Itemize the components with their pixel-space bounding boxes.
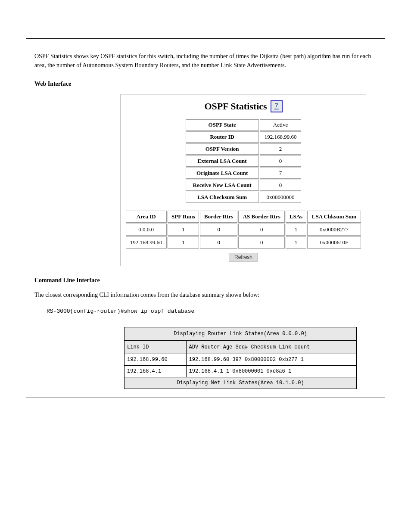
section-title-cli: Command Line Interface: [34, 277, 377, 284]
cli-table-header: Displaying Router Link States(Area 0.0.0…: [125, 327, 357, 340]
area-col-header: SPF Runs: [168, 211, 199, 223]
summary-label: Originate LSA Count: [186, 168, 259, 179]
summary-label: Router ID: [186, 131, 259, 143]
area-col-header: Area ID: [126, 211, 167, 223]
area-cell: 0.0.0.0: [126, 224, 167, 236]
summary-value: 0: [260, 156, 302, 167]
cli-output-table: Displaying Router Link States(Area 0.0.0…: [124, 327, 357, 389]
summary-label: Receive New LSA Count: [186, 180, 259, 191]
summary-label: OSPF State: [186, 119, 259, 131]
area-col-header: LSAs: [286, 211, 306, 223]
cli-span-row: Displaying Net Link States(Area 10.1.0.0…: [125, 377, 357, 389]
summary-value: Active: [260, 119, 302, 131]
cli-col-header: ADV Router Age Seq# Checksum Link count: [186, 340, 357, 354]
help-icon[interactable]: ? Help: [271, 100, 283, 112]
cli-prompt: RS-3000(config-router)#show ip ospf data…: [47, 308, 194, 314]
summary-value: 0: [260, 180, 302, 191]
cli-cell: 192.168.4.1: [125, 365, 187, 377]
area-cell: 1: [286, 224, 306, 236]
area-cell: 0x0000B277: [307, 224, 361, 236]
figure-title-row: OSPF Statistics ? Help: [124, 100, 363, 112]
ospf-area-table: Area IDSPF RunsBorder RtrsAS Border Rtrs…: [125, 210, 362, 249]
area-cell: 1: [168, 236, 199, 249]
area-cell: 0: [238, 224, 285, 236]
cli-span-cell: Displaying Net Link States(Area 10.1.0.0…: [125, 377, 357, 389]
area-col-header: Border Rtrs: [200, 211, 237, 223]
page-header-rule: [26, 26, 385, 39]
refresh-button[interactable]: Refresh: [229, 253, 258, 261]
help-icon-text: Help: [274, 108, 279, 110]
cli-col-header: Link ID: [125, 340, 187, 354]
area-cell: 1: [168, 224, 199, 236]
cli-cell: 192.168.4.1 1 0x80000001 0xe8a6 1: [186, 365, 357, 377]
ospf-summary-table: OSPF StateActiveRouter ID192.168.99.60OS…: [185, 118, 302, 204]
summary-label: OSPF Version: [186, 143, 259, 155]
summary-value: 0x00000000: [260, 192, 302, 203]
area-cell: 0x0000610F: [307, 236, 361, 249]
summary-value: 192.168.99.60: [260, 131, 302, 143]
area-col-header: LSA Chksum Sum: [307, 211, 361, 223]
ospf-statistics-figure: OSPF Statistics ? Help OSPF StateActiveR…: [121, 94, 366, 266]
area-col-header: AS Border Rtrs: [238, 211, 285, 223]
cli-lead-text: The closest corresponding CLI informatio…: [34, 290, 377, 299]
cli-cell: 192.168.99.60 397 0x80000002 0xb277 1: [186, 354, 357, 365]
section-title-web: Web Interface: [34, 81, 377, 87]
table-row: 0.0.0.010010x0000B277: [126, 224, 361, 236]
summary-value: 7: [260, 168, 302, 179]
cli-command-block: RS-3000(config-router)#show ip ospf data…: [47, 307, 377, 316]
summary-label: External LSA Count: [186, 156, 259, 167]
cli-cell: 192.168.99.60: [125, 354, 187, 365]
area-cell: 0: [238, 236, 285, 249]
table-row: 192.168.99.6010010x0000610F: [126, 236, 361, 249]
page-footer-rule: [26, 398, 385, 411]
intro-paragraph: OSPF Statistics shows key OSPF statistic…: [34, 52, 377, 70]
table-row: 192.168.4.1192.168.4.1 1 0x80000001 0xe8…: [125, 365, 357, 377]
figure-title: OSPF Statistics: [204, 101, 267, 112]
help-icon-question: ?: [275, 103, 278, 108]
summary-value: 2: [260, 143, 302, 155]
summary-label: LSA Checksum Sum: [186, 192, 259, 203]
area-cell: 0: [200, 236, 237, 249]
area-cell: 192.168.99.60: [126, 236, 167, 249]
area-cell: 0: [200, 224, 237, 236]
area-cell: 1: [286, 236, 306, 249]
table-row: 192.168.99.60192.168.99.60 397 0x8000000…: [125, 354, 357, 365]
